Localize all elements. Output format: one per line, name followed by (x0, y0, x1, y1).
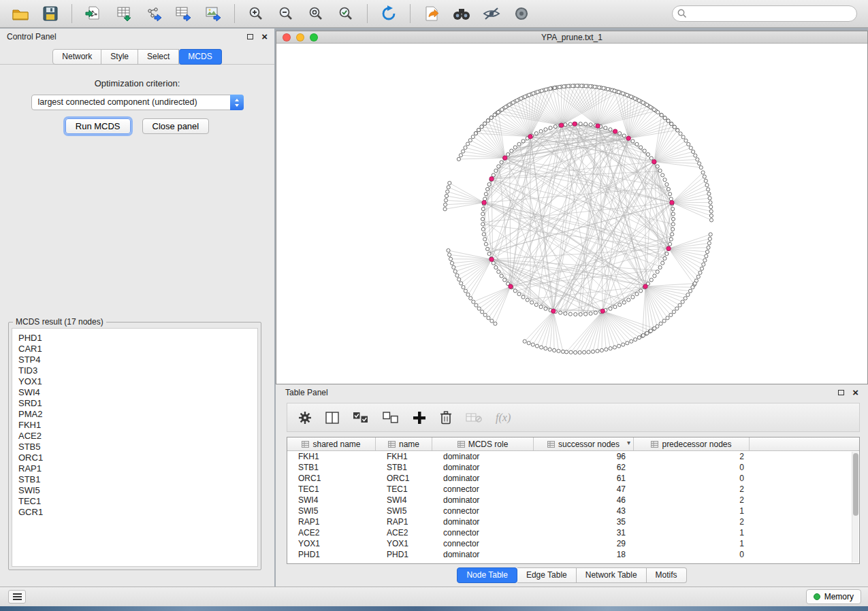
network-node[interactable] (658, 169, 662, 172)
mcds-result-item[interactable]: SWI4 (18, 387, 251, 398)
table-row[interactable]: ORC1ORC1dominator610 (287, 473, 859, 484)
column-header-successor-nodes[interactable]: successor nodes ▾ (534, 437, 634, 450)
network-node[interactable] (486, 187, 489, 191)
network-node[interactable] (593, 85, 596, 88)
network-node[interactable] (694, 154, 697, 157)
mcds-result-item[interactable]: GCR1 (18, 507, 251, 518)
show-eye-icon[interactable] (508, 2, 535, 25)
network-node[interactable] (625, 93, 628, 97)
network-hub-node[interactable] (503, 156, 507, 160)
network-node[interactable] (635, 293, 639, 296)
find-icon[interactable] (448, 2, 475, 25)
network-node[interactable] (474, 131, 477, 135)
hide-eye-icon[interactable] (478, 2, 505, 25)
network-node[interactable] (700, 267, 703, 270)
network-node[interactable] (466, 293, 470, 296)
network-node[interactable] (449, 257, 452, 261)
network-node[interactable] (589, 312, 592, 315)
network-node[interactable] (453, 269, 457, 273)
network-node[interactable] (483, 313, 487, 316)
network-node[interactable] (528, 93, 531, 97)
network-node[interactable] (639, 289, 643, 293)
network-node[interactable] (596, 349, 599, 352)
network-node[interactable] (702, 263, 705, 266)
network-node[interactable] (598, 86, 601, 89)
memory-button[interactable]: Memory (806, 589, 861, 604)
float-panel-icon[interactable] (247, 34, 253, 39)
network-node[interactable] (444, 199, 447, 202)
network-node[interactable] (652, 108, 656, 112)
network-hub-node[interactable] (573, 122, 577, 126)
network-node[interactable] (471, 135, 475, 139)
network-hub-node[interactable] (528, 135, 532, 139)
network-node[interactable] (666, 119, 670, 122)
network-node[interactable] (671, 217, 675, 220)
network-node[interactable] (634, 337, 637, 341)
network-node[interactable] (568, 312, 572, 316)
network-node[interactable] (482, 233, 485, 236)
network-node[interactable] (481, 310, 484, 314)
network-node[interactable] (457, 278, 461, 281)
network-node[interactable] (681, 135, 685, 139)
network-node[interactable] (480, 125, 483, 129)
network-node[interactable] (574, 312, 577, 316)
network-node[interactable] (481, 212, 485, 216)
column-header-mcds-role[interactable]: MCDS role (432, 437, 534, 450)
network-node[interactable] (549, 87, 552, 90)
network-node[interactable] (464, 146, 467, 149)
delete-column-icon[interactable] (440, 410, 452, 425)
network-node[interactable] (494, 266, 498, 269)
network-node[interactable] (477, 129, 481, 132)
table-row[interactable]: FKH1FKH1dominator962 (287, 451, 859, 462)
network-window-titlebar[interactable]: YPA_prune.txt_1 (276, 31, 867, 44)
network-node[interactable] (513, 289, 517, 293)
network-node[interactable] (589, 84, 592, 88)
network-node[interactable] (500, 161, 503, 164)
network-node[interactable] (584, 122, 588, 126)
zoom-fit-icon[interactable] (302, 2, 329, 25)
network-node[interactable] (639, 146, 643, 149)
network-node[interactable] (609, 307, 612, 310)
scrollbar-thumb[interactable] (853, 453, 858, 516)
network-node[interactable] (662, 319, 666, 323)
network-hub-node[interactable] (652, 160, 656, 164)
network-node[interactable] (507, 152, 510, 156)
mcds-result-item[interactable]: SWI5 (18, 485, 251, 496)
network-node[interactable] (698, 271, 702, 274)
close-panel-icon[interactable]: × (852, 389, 858, 396)
hamburger-menu-icon[interactable] (8, 590, 26, 604)
network-node[interactable] (675, 307, 679, 310)
network-node[interactable] (492, 174, 495, 177)
table-row[interactable]: PHD1PHD1dominator180 (287, 549, 859, 560)
network-node[interactable] (703, 259, 707, 262)
network-node[interactable] (575, 84, 579, 87)
criterion-select[interactable]: largest connected component (undirected) (31, 95, 244, 110)
network-node[interactable] (497, 270, 500, 274)
network-node[interactable] (696, 275, 700, 278)
network-node[interactable] (475, 303, 478, 307)
network-node[interactable] (568, 122, 572, 126)
network-node[interactable] (660, 114, 663, 117)
network-node[interactable] (649, 105, 652, 109)
network-node[interactable] (707, 246, 710, 249)
network-node[interactable] (704, 179, 707, 182)
network-node[interactable] (656, 165, 659, 168)
network-node[interactable] (447, 186, 450, 189)
network-node[interactable] (693, 282, 696, 285)
refresh-icon[interactable] (375, 2, 402, 25)
network-node[interactable] (637, 99, 641, 102)
network-node[interactable] (492, 261, 495, 265)
table-row[interactable]: SWI4SWI4dominator462 (287, 495, 859, 506)
mcds-result-item[interactable]: ORC1 (18, 452, 251, 463)
network-node[interactable] (627, 298, 630, 301)
tab-edge-table[interactable]: Edge Table (517, 567, 577, 583)
table-scrollbar[interactable] (852, 452, 858, 563)
network-node[interactable] (462, 150, 465, 153)
tab-select[interactable]: Select (138, 49, 179, 65)
network-node[interactable] (703, 175, 706, 178)
network-hub-node[interactable] (509, 284, 513, 288)
network-node[interactable] (659, 322, 662, 325)
export-table-icon[interactable] (170, 2, 197, 25)
network-node[interactable] (517, 142, 521, 146)
network-node[interactable] (444, 203, 447, 206)
